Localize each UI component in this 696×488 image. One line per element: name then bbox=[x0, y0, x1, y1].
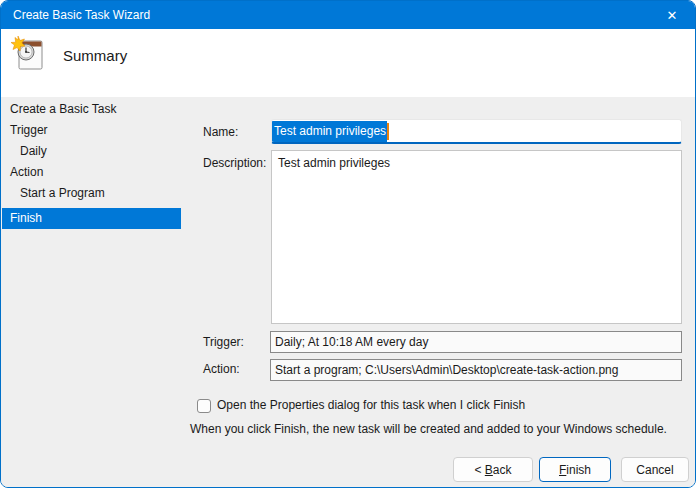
title-bar: Create Basic Task Wizard ✕ bbox=[1, 1, 695, 29]
nav-item-finish[interactable]: Finish bbox=[2, 208, 181, 229]
name-input[interactable]: Test admin privileges bbox=[271, 119, 682, 144]
text-caret bbox=[387, 123, 389, 140]
description-textarea[interactable]: Test admin privileges bbox=[271, 150, 682, 324]
nav-item-create-a-basic-task[interactable]: Create a Basic Task bbox=[2, 99, 181, 120]
action-value-box: Start a program; C:\Users\Admin\Desktop\… bbox=[270, 359, 682, 381]
trigger-label: Trigger: bbox=[203, 335, 244, 349]
cancel-button-label: Cancel bbox=[636, 463, 673, 477]
finish-info-text: When you click Finish, the new task will… bbox=[190, 422, 667, 436]
back-button-prefix: < bbox=[474, 463, 484, 477]
close-icon: ✕ bbox=[667, 8, 678, 23]
open-properties-checkbox[interactable] bbox=[197, 399, 211, 413]
wizard-steps-nav: Create a Basic Task Trigger Daily Action… bbox=[2, 99, 181, 229]
wizard-header: Summary bbox=[1, 29, 695, 97]
description-label: Description: bbox=[203, 156, 266, 170]
nav-item-trigger[interactable]: Trigger bbox=[2, 120, 181, 141]
wizard-body: Create a Basic Task Trigger Daily Action… bbox=[1, 97, 695, 488]
back-button-rest: ack bbox=[493, 463, 512, 477]
create-basic-task-wizard-window: Create Basic Task Wizard ✕ Summary Creat… bbox=[0, 0, 696, 488]
nav-item-start-a-program[interactable]: Start a Program bbox=[2, 183, 181, 204]
back-button-mnemonic: B bbox=[485, 463, 493, 477]
page-title: Summary bbox=[63, 47, 127, 64]
action-label: Action: bbox=[203, 362, 240, 376]
task-scheduler-icon bbox=[11, 36, 47, 74]
close-button[interactable]: ✕ bbox=[649, 1, 695, 29]
name-input-selected-text: Test admin privileges bbox=[272, 121, 387, 142]
back-button[interactable]: < Back bbox=[453, 457, 533, 482]
name-label: Name: bbox=[203, 125, 238, 139]
open-properties-checkbox-label[interactable]: Open the Properties dialog for this task… bbox=[217, 398, 525, 412]
finish-button[interactable]: Finish bbox=[539, 457, 611, 482]
finish-button-rest: inish bbox=[566, 463, 591, 477]
nav-item-action[interactable]: Action bbox=[2, 162, 181, 183]
trigger-value-box: Daily; At 10:18 AM every day bbox=[270, 331, 682, 353]
window-title: Create Basic Task Wizard bbox=[1, 8, 150, 22]
cancel-button[interactable]: Cancel bbox=[621, 457, 689, 482]
nav-item-daily[interactable]: Daily bbox=[2, 141, 181, 162]
